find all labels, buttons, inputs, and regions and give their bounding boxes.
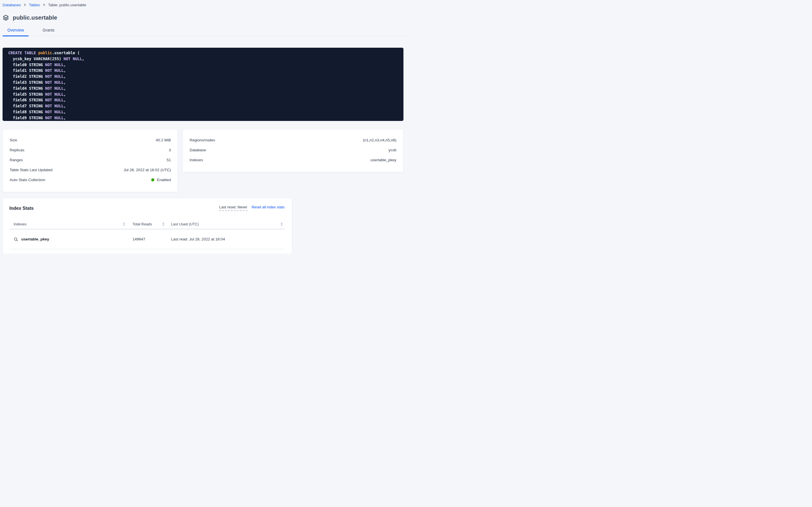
- stat-value: usertable_pkey: [370, 158, 396, 162]
- page-title: public.usertable: [13, 14, 57, 21]
- stat-row: Size40.2 MiB: [10, 135, 171, 145]
- green-dot-icon: [151, 178, 154, 181]
- stat-label: Regions/nodes: [190, 138, 215, 142]
- stat-label: Indexes: [190, 158, 203, 162]
- sort-down-icon: [280, 225, 283, 226]
- index-table-body: usertable_pkey149647Last read: Jul 28, 2…: [9, 229, 285, 249]
- stat-value: (n1,n2,n3,n4,n5,n6): [363, 138, 396, 142]
- sql-code-line: field2 STRING NOT NULL,: [8, 73, 398, 79]
- tab-overview[interactable]: Overview: [3, 26, 29, 36]
- breadcrumb-link-tables[interactable]: Tables: [29, 3, 40, 7]
- table-placement-card: Regions/nodes(n1,n2,n3,n4,n5,n6)Database…: [182, 129, 403, 172]
- sql-code-line: field5 STRING NOT NULL,: [8, 92, 398, 97]
- sql-code-line: field9 STRING NOT NULL,: [8, 115, 398, 121]
- stat-label: Auto Stats Collection: [10, 178, 45, 182]
- column-header-total-reads[interactable]: Total Reads: [128, 222, 166, 226]
- stat-value: 3: [169, 148, 171, 152]
- stat-value: Enabled: [151, 178, 171, 182]
- breadcrumb: Databases > Tables > Table: public.usert…: [3, 2, 403, 8]
- sql-code-line: CREATE TABLE public.usertable (: [8, 50, 398, 56]
- sort-down-icon: [123, 225, 125, 226]
- column-header-label: Last Used (UTC): [171, 222, 199, 226]
- total-reads-cell: 149647: [128, 237, 166, 241]
- breadcrumb-current: Table: public.usertable: [48, 3, 86, 7]
- sql-code-line: ycsb_key VARCHAR(255) NOT NULL,: [8, 56, 398, 62]
- stat-value: 40.2 MiB: [156, 138, 171, 142]
- stat-row: Databaseycsb: [190, 145, 396, 155]
- stat-label: Database: [190, 148, 206, 152]
- sql-code-line: field7 STRING NOT NULL,: [8, 103, 398, 109]
- chevron-right-icon: >: [43, 3, 45, 7]
- table-details-page: Databases > Tables > Table: public.usert…: [0, 0, 406, 253]
- column-header-indexes[interactable]: Indexes: [9, 222, 128, 226]
- sort-up-icon: [280, 222, 283, 224]
- breadcrumb-link-databases[interactable]: Databases: [3, 3, 21, 7]
- index-name-cell[interactable]: usertable_pkey: [9, 237, 128, 241]
- page-header: public.usertable: [3, 14, 403, 21]
- table-details-card: Size40.2 MiBReplicas3Ranges51Table Stats…: [3, 129, 178, 192]
- sql-code-line: field1 STRING NOT NULL,: [8, 67, 398, 73]
- sql-code-line: field6 STRING NOT NULL,: [8, 97, 398, 103]
- tab-grants[interactable]: Grants: [38, 26, 59, 36]
- column-header-label: Total Reads: [132, 222, 152, 226]
- stat-row: Auto Stats CollectionEnabled: [10, 175, 171, 185]
- stat-row: Table Stats Last UpdatedJul 28, 2022 at …: [10, 165, 171, 175]
- stat-row: Ranges51: [10, 155, 171, 165]
- stat-row: Indexesusertable_pkey: [190, 155, 396, 165]
- column-header-last-used-utc[interactable]: Last Used (UTC): [166, 222, 285, 226]
- reset-all-index-stats-link[interactable]: Reset all index stats: [252, 205, 285, 209]
- last-reset-label: Last reset: Never: [219, 205, 247, 211]
- stat-label: Ranges: [10, 158, 23, 162]
- index-stats-table: IndexesTotal ReadsLast Used (UTC) userta…: [9, 219, 285, 249]
- stat-label: Table Stats Last Updated: [10, 168, 53, 172]
- stat-value: Jul 28, 2022 at 16:02 (UTC): [124, 168, 171, 172]
- sort-down-icon: [162, 225, 165, 226]
- stat-label: Size: [10, 138, 17, 142]
- summary-cards: Size40.2 MiBReplicas3Ranges51Table Stats…: [3, 129, 403, 192]
- stat-label: Replicas: [10, 148, 24, 152]
- sort-arrows-icon[interactable]: [123, 222, 125, 226]
- index-stats-title: Index Stats: [9, 206, 34, 211]
- sort-up-icon: [123, 222, 125, 224]
- index-table-header: IndexesTotal ReadsLast Used (UTC): [9, 219, 285, 229]
- sort-up-icon: [162, 222, 165, 224]
- search-icon: [14, 237, 18, 241]
- chevron-right-icon: >: [24, 3, 26, 7]
- stat-row: Replicas3: [10, 145, 171, 155]
- index-stats-card: Index Stats Last reset: Never Reset all …: [3, 198, 292, 253]
- tab-bar: Overview Grants: [3, 26, 406, 36]
- sql-code-line: field0 STRING NOT NULL,: [8, 62, 398, 68]
- sort-arrows-icon[interactable]: [280, 222, 283, 226]
- index-name-link[interactable]: usertable_pkey: [21, 237, 49, 241]
- last-used-cell: Last read: Jul 28, 2022 at 16:04: [166, 237, 285, 241]
- column-header-label: Indexes: [14, 222, 27, 226]
- index-table-row: usertable_pkey149647Last read: Jul 28, 2…: [9, 229, 285, 249]
- sort-arrows-icon[interactable]: [162, 222, 165, 226]
- stat-value: 51: [167, 158, 171, 162]
- create-table-sql-block[interactable]: CREATE TABLE public.usertable ( ycsb_key…: [3, 48, 403, 121]
- sql-code-line: field8 STRING NOT NULL,: [8, 109, 398, 115]
- layers-icon: [3, 14, 9, 21]
- sql-code-line: field4 STRING NOT NULL,: [8, 86, 398, 92]
- stat-value: ycsb: [388, 148, 396, 152]
- sql-code-line: field3 STRING NOT NULL,: [8, 79, 398, 86]
- stat-row: Regions/nodes(n1,n2,n3,n4,n5,n6): [190, 135, 396, 145]
